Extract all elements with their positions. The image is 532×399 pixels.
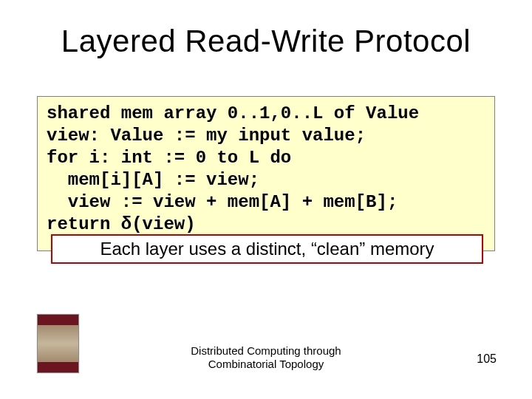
code-line-6: return δ(view)	[47, 214, 485, 236]
callout-text: Each layer uses a distinct, “clean” memo…	[100, 239, 434, 259]
callout-box: Each layer uses a distinct, “clean” memo…	[51, 234, 483, 264]
page-title: Layered Read-Write Protocol	[0, 24, 532, 59]
code-box: shared mem array 0..1,0..L of Value view…	[37, 96, 495, 251]
code-line-4: mem[i][A] := view;	[47, 169, 485, 191]
footer: Distributed Computing through Combinator…	[0, 344, 532, 371]
slide: Layered Read-Write Protocol shared mem a…	[0, 0, 532, 399]
footer-line-1: Distributed Computing through	[191, 344, 341, 357]
page-number: 105	[477, 352, 497, 366]
footer-line-2: Combinatorial Topology	[208, 358, 324, 370]
code-line-3: for i: int := 0 to L do	[47, 147, 485, 169]
code-line-5: view := view + mem[A] + mem[B];	[47, 191, 485, 214]
code-line-1: shared mem array 0..1,0..L of Value	[47, 103, 485, 125]
code-line-2: view: Value := my input value;	[47, 125, 485, 147]
